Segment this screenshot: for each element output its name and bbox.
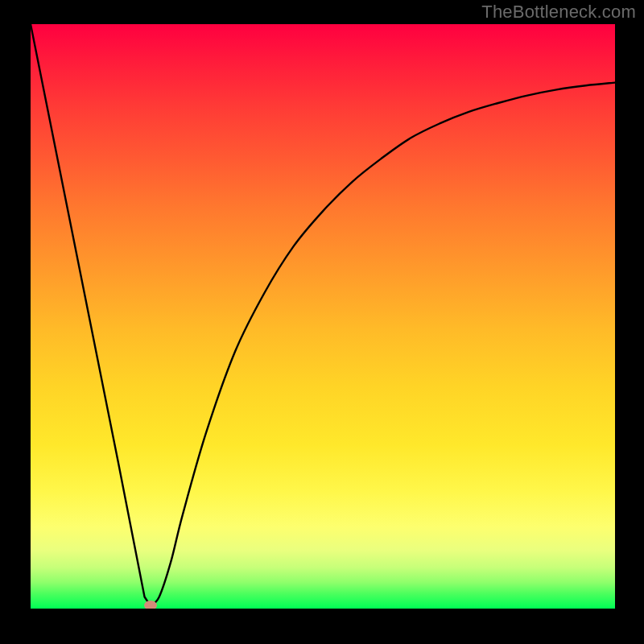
minimum-marker-icon: [144, 601, 157, 609]
bottleneck-curve: [31, 24, 615, 609]
watermark-label: TheBottleneck.com: [481, 2, 636, 23]
chart-frame: TheBottleneck.com: [0, 0, 644, 644]
plot-area: [31, 24, 615, 609]
